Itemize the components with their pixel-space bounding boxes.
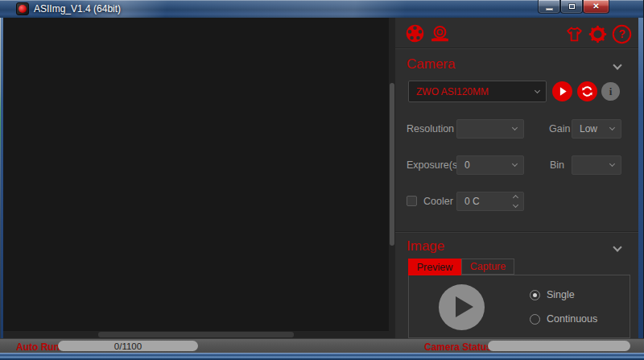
minimize-icon <box>546 8 553 10</box>
auto-run-label: Auto Run: <box>16 341 63 353</box>
exposure-value: 0 <box>464 159 470 171</box>
info-glyph: i <box>609 85 613 98</box>
play-triangle-icon <box>456 296 473 317</box>
mode-continuous-radio[interactable]: Continuous <box>530 313 597 325</box>
resolution-select[interactable] <box>456 119 524 139</box>
camera-info-button[interactable]: i <box>601 82 620 101</box>
horizontal-scrollbar-thumb[interactable] <box>98 332 294 337</box>
spinner-down-icon[interactable] <box>513 202 518 208</box>
maximize-icon <box>568 3 576 10</box>
chevron-down-icon <box>512 125 518 130</box>
image-collapse-chevron-icon[interactable] <box>613 242 621 251</box>
maximize-button[interactable] <box>560 0 583 14</box>
cooler-temp-spinner[interactable]: 0 C <box>456 192 524 211</box>
close-icon: ✕ <box>592 2 599 10</box>
window-title: ASIImg_V1.4 (64bit) <box>34 3 121 14</box>
image-section-title: Image <box>407 238 444 254</box>
gain-value: Low <box>580 123 597 134</box>
gain-label: Gain <box>549 123 570 134</box>
preview-panel: Single Continuous <box>408 275 630 338</box>
guide-camera-icon[interactable] <box>430 24 449 43</box>
tab-capture[interactable]: Capture <box>461 259 514 275</box>
chevron-down-icon <box>609 125 615 130</box>
chevron-down-icon <box>609 161 615 167</box>
help-icon[interactable]: ? <box>612 24 631 43</box>
toolbar: ? <box>395 18 638 48</box>
start-preview-button[interactable] <box>439 284 485 330</box>
status-bar: Auto Run: 0/1100 Camera Status: <box>0 338 644 353</box>
titlebar[interactable]: ASIImg_V1.4 (64bit) ✕ <box>0 0 644 18</box>
chevron-down-icon <box>535 87 540 93</box>
window-border-bottom <box>0 353 644 360</box>
minimize-button[interactable] <box>538 0 560 14</box>
close-button[interactable]: ✕ <box>583 0 609 14</box>
image-display-area[interactable] <box>3 18 389 338</box>
app-window: ASIImg_V1.4 (64bit) ✕ <box>0 0 644 360</box>
help-glyph: ? <box>618 28 625 41</box>
camera-refresh-button[interactable] <box>577 81 597 101</box>
camera-model-value: ZWO ASI120MM <box>416 86 489 97</box>
vertical-scrollbar[interactable] <box>389 18 395 338</box>
auto-run-progress: 0/1100 <box>58 341 198 351</box>
exposure-label: Exposure(s) <box>407 159 460 171</box>
chevron-down-icon <box>512 161 518 167</box>
spinner-up-icon[interactable] <box>513 195 518 201</box>
section-divider <box>395 231 638 232</box>
theme-shirt-icon[interactable] <box>564 24 584 43</box>
mode-continuous-label: Continuous <box>547 313 597 325</box>
resolution-label: Resolution <box>407 123 454 134</box>
filter-wheel-icon[interactable] <box>406 24 425 43</box>
settings-gear-icon[interactable] <box>588 24 607 43</box>
radio-unselected-icon <box>530 314 540 325</box>
window-border-right <box>638 18 643 353</box>
vertical-scrollbar-thumb[interactable] <box>390 83 394 246</box>
cooler-temp-value: 0 C <box>464 196 480 207</box>
gain-select[interactable]: Low <box>572 119 621 139</box>
camera-collapse-chevron-icon[interactable] <box>613 60 621 69</box>
camera-status-label: Camera Status: <box>424 341 495 353</box>
camera-model-select[interactable]: ZWO ASI120MM <box>408 81 547 102</box>
bin-label: Bin <box>550 159 564 171</box>
exposure-select[interactable]: 0 <box>456 155 524 175</box>
camera-status-field <box>488 341 630 351</box>
auto-run-progress-text: 0/1100 <box>114 341 142 351</box>
mode-single-label: Single <box>547 289 575 300</box>
cooler-label: Cooler <box>423 196 453 207</box>
radio-selected-icon <box>530 290 540 300</box>
control-panel: ? Camera ZWO ASI120MM <box>395 18 638 338</box>
app-icon <box>16 2 29 15</box>
mode-single-radio[interactable]: Single <box>530 289 575 300</box>
cooler-checkbox[interactable] <box>407 196 417 206</box>
horizontal-scrollbar[interactable] <box>3 331 389 338</box>
tab-preview[interactable]: Preview <box>408 259 461 275</box>
camera-section-title: Camera <box>407 56 455 72</box>
camera-connect-button[interactable] <box>552 81 572 101</box>
bin-select[interactable] <box>572 155 621 175</box>
